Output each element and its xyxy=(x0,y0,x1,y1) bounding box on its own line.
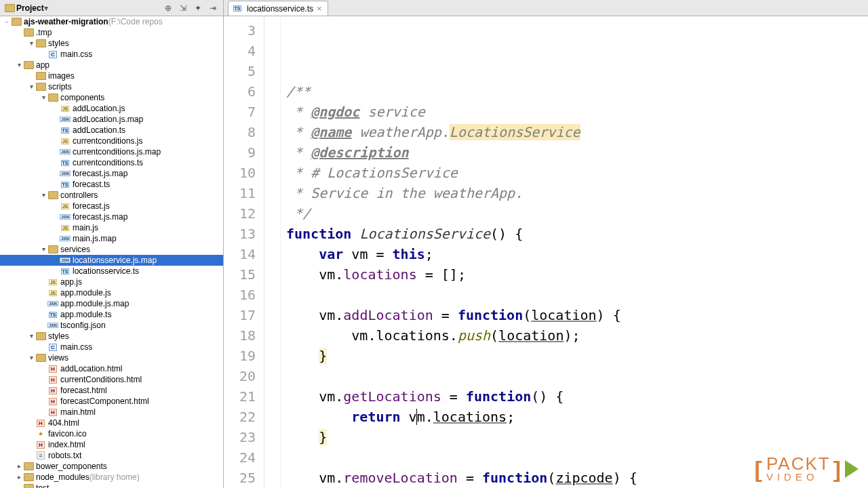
tree-item[interactable]: ▾services xyxy=(0,244,223,255)
tree-item[interactable]: main.js.map xyxy=(0,233,223,244)
folder-icon xyxy=(35,39,46,48)
tree-item[interactable]: currentconditions.ts xyxy=(0,157,223,168)
tree-twisty[interactable]: ▾ xyxy=(39,244,47,255)
tree-item-label: main.css xyxy=(60,342,92,352)
sidebar-settings-icon[interactable]: ✦ xyxy=(192,2,204,14)
tree-twisty[interactable]: ▾ xyxy=(27,352,35,363)
tree-item[interactable]: tsconfig.json xyxy=(0,320,223,331)
folder-icon xyxy=(35,82,46,92)
tree-item-label: addLocation.ts xyxy=(72,125,125,135)
tree-item[interactable]: ▾styles xyxy=(0,38,223,49)
tree-item[interactable]: forecast.ts xyxy=(0,179,223,190)
tree-item-label: scripts xyxy=(47,82,72,92)
file-json-icon xyxy=(47,299,58,308)
tree-item-label: styles xyxy=(47,331,69,341)
tree-item[interactable]: ▾controllers xyxy=(0,190,223,201)
tree-item[interactable]: currentconditions.js xyxy=(0,136,223,146)
project-icon xyxy=(4,3,15,13)
tree-item[interactable]: ▾styles xyxy=(0,331,223,342)
tree-item-label: forecastComponent.html xyxy=(60,396,149,406)
tree-item[interactable]: index.html xyxy=(0,439,223,450)
tree-root[interactable]: -ajs-weather-migration (F:\Code repos xyxy=(0,16,223,27)
file-js-icon xyxy=(60,201,71,211)
file-html-icon xyxy=(35,418,46,428)
tree-twisty[interactable]: ▾ xyxy=(15,60,23,70)
tree-item[interactable]: app.module.ts xyxy=(0,309,223,320)
file-html-icon xyxy=(47,386,58,395)
tree-item[interactable]: addLocation.ts xyxy=(0,125,223,136)
tree-item[interactable]: 404.html xyxy=(0,418,223,428)
file-ico-icon xyxy=(35,429,46,439)
code-editor[interactable]: 345678910111213141516171819202122232425 … xyxy=(224,16,868,488)
tree-item-label: images xyxy=(47,71,75,81)
tree-item-label: main.css xyxy=(60,49,92,59)
tree-item[interactable]: forecast.js xyxy=(0,201,223,211)
tree-item-label: main.js.map xyxy=(72,234,117,243)
tree-item[interactable]: forecast.js.map xyxy=(0,211,223,222)
tree-twisty[interactable]: ▾ xyxy=(39,190,47,201)
tab-locationsservice[interactable]: locationsservice.ts × xyxy=(228,1,328,16)
project-sidebar: Project ▾ ⊕ ⇲ ✦ ⇥ -ajs-weather-migration… xyxy=(0,0,224,488)
tree-item[interactable]: app.module.js.map xyxy=(0,298,223,309)
tree-item[interactable]: forecast.html xyxy=(0,385,223,396)
tree-item[interactable]: robots.txt xyxy=(0,450,223,461)
tree-item-label: app.module.js.map xyxy=(60,299,129,308)
tree-item-label: services xyxy=(60,245,90,254)
tree-item[interactable]: forecast.js.map xyxy=(0,168,223,179)
tree-twisty[interactable]: ▾ xyxy=(27,81,35,92)
sidebar-hide-icon[interactable]: ⇥ xyxy=(207,2,219,14)
sidebar-title[interactable]: Project xyxy=(16,3,44,13)
tree-item[interactable]: ▾scripts xyxy=(0,81,223,92)
tree-item-label: node_modules xyxy=(35,472,90,482)
tree-item-label: currentconditions.js.map xyxy=(72,147,161,157)
tree-item[interactable]: locationsservice.js.map xyxy=(0,255,223,266)
tree-item-label: forecast.js xyxy=(72,201,110,211)
folder-icon xyxy=(35,331,46,341)
collapse-sidebar-icon[interactable]: ⊕ xyxy=(162,2,174,14)
tree-twisty[interactable]: ▸ xyxy=(15,472,23,483)
tree-twisty[interactable]: ▸ xyxy=(15,461,23,472)
tree-item[interactable]: test xyxy=(0,483,223,488)
tree-item[interactable]: addLocation.js.map xyxy=(0,114,223,125)
tree-item[interactable]: ▾views xyxy=(0,352,223,363)
file-html-icon xyxy=(47,396,58,406)
tree-item-label: addLocation.js.map xyxy=(72,115,143,124)
tree-item[interactable]: addLocation.js xyxy=(0,103,223,114)
tree-twisty[interactable]: ▾ xyxy=(27,38,35,49)
tree-item[interactable]: ▸bower_components xyxy=(0,461,223,472)
file-ts-icon xyxy=(60,125,71,135)
file-json-icon xyxy=(47,321,58,330)
tree-item[interactable]: ▸node_modules (library home) xyxy=(0,472,223,483)
tree-item[interactable]: favicon.ico xyxy=(0,428,223,439)
close-icon[interactable]: × xyxy=(317,4,322,13)
tree-item[interactable]: main.js xyxy=(0,222,223,233)
file-html-icon xyxy=(47,375,58,384)
file-ts-icon xyxy=(60,158,71,167)
file-txt-icon xyxy=(35,451,46,460)
tree-item[interactable]: ▾app xyxy=(0,60,223,70)
tree-item[interactable]: addLocation.html xyxy=(0,363,223,374)
sidebar-split-icon[interactable]: ⇲ xyxy=(177,2,189,14)
tree-item-label: addLocation.js xyxy=(72,104,125,113)
tree-twisty[interactable]: ▾ xyxy=(39,92,47,103)
tree-item[interactable]: app.module.js xyxy=(0,287,223,298)
tree-item-label: components xyxy=(60,93,104,102)
sidebar-header: Project ▾ ⊕ ⇲ ✦ ⇥ xyxy=(0,0,223,16)
tree-item[interactable]: main.css xyxy=(0,342,223,352)
tree-item[interactable]: locationsservice.ts xyxy=(0,266,223,277)
file-json-icon xyxy=(60,234,71,243)
tree-item[interactable]: currentConditions.html xyxy=(0,374,223,385)
tree-item[interactable]: currentconditions.js.map xyxy=(0,146,223,157)
tree-item[interactable]: images xyxy=(0,70,223,81)
tree-twisty[interactable]: ▾ xyxy=(27,331,35,342)
tree-item[interactable]: forecastComponent.html xyxy=(0,396,223,407)
tree-item[interactable]: ▾components xyxy=(0,92,223,103)
tree-item[interactable]: app.js xyxy=(0,277,223,287)
editor-tabbar: locationsservice.ts × xyxy=(224,0,868,16)
tree-item[interactable]: main.css xyxy=(0,49,223,60)
tree-item-label: styles xyxy=(47,39,69,48)
tree-item-label: main.js xyxy=(72,223,98,232)
chevron-down-icon[interactable]: ▾ xyxy=(44,3,51,13)
tree-item[interactable]: .tmp xyxy=(0,27,223,38)
tree-item[interactable]: main.html xyxy=(0,407,223,418)
